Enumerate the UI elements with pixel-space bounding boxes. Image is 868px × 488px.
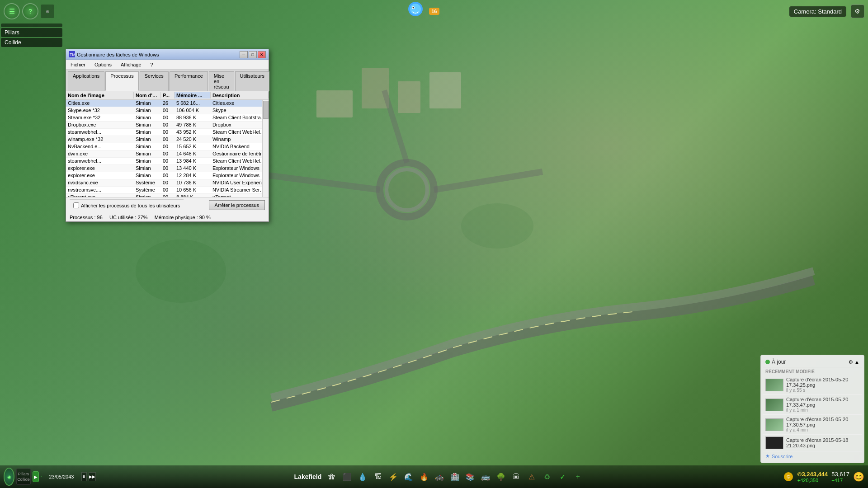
cell-user: Simian <box>134 165 161 172</box>
col-header-desc[interactable]: Description <box>211 92 269 99</box>
scrollbar-thumb[interactable] <box>263 101 269 119</box>
play-button[interactable]: ▶ <box>33 471 39 482</box>
cell-name: Skype.exe *32 <box>66 107 134 114</box>
col-header-name[interactable]: Nom de l'image <box>66 92 134 99</box>
table-row[interactable]: dwm.exe Simian 00 14 648 K Gestionnaire … <box>66 150 269 158</box>
left-panel: Pillars Collide <box>0 23 63 48</box>
table-row[interactable]: nvstreamsvc.... Système 00 10 656 K NVID… <box>66 187 269 194</box>
table-row[interactable]: nvxdsync.exe Système 00 10 736 K NVIDIA … <box>66 179 269 187</box>
show-all-checkbox[interactable] <box>73 202 79 208</box>
col-header-user[interactable]: Nom d'u... <box>134 92 161 99</box>
tool-health-icon[interactable]: 🏥 <box>448 470 462 483</box>
recent-item-0[interactable]: Capture d'écran 2015-05-20 17.34.25.png … <box>763 375 862 395</box>
city-name: Lakefield <box>294 473 322 480</box>
tab-performance[interactable]: Performance <box>170 71 208 91</box>
tool-education-icon[interactable]: 📚 <box>463 470 477 483</box>
recent-item-2[interactable]: Capture d'écran 2015-05-20 17.30.57.png … <box>763 415 862 435</box>
recent-item-3[interactable]: Capture d'écran 2015-05-18 21.20.43.png <box>763 435 862 451</box>
process-table-body[interactable]: Cities.exe Simian 26 5 682 16... Cities.… <box>66 100 269 197</box>
cell-mem: 5 682 16... <box>175 100 211 107</box>
top-hud: ☰ ? ⊕ 16 Camera: Standard ⚙ <box>0 0 868 23</box>
end-process-button[interactable]: Arrêter le processus <box>209 200 265 210</box>
search-button[interactable]: ? <box>22 3 38 19</box>
recent-item-name-1: Capture d'écran 2015-05-20 17.33.47.png <box>786 397 859 408</box>
table-row[interactable]: Cities.exe Simian 26 5 682 16... Cities.… <box>66 100 269 107</box>
table-row[interactable]: steamwebhel... Simian 00 43 952 K Steam … <box>66 129 269 136</box>
song2-display: Collide <box>17 477 30 482</box>
tool-water-icon[interactable]: 💧 <box>356 470 369 483</box>
tool-check-icon[interactable]: ✓ <box>556 470 569 483</box>
table-row[interactable]: Dropbox.exe Simian 00 49 788 K Dropbox <box>66 122 269 129</box>
tool-monument-icon[interactable]: ⚠ <box>525 470 538 483</box>
recent-item-1[interactable]: Capture d'écran 2015-05-20 17.33.47.png … <box>763 395 862 415</box>
menu-help[interactable]: ? <box>148 61 156 68</box>
cell-user: Simian <box>134 122 161 128</box>
tool-transit-icon[interactable]: 🚌 <box>479 470 492 483</box>
cell-cpu: 00 <box>161 179 175 186</box>
show-all-label[interactable]: Afficher les processus de tous les utili… <box>81 203 180 208</box>
table-row[interactable]: Skype.exe *32 Simian 00 106 004 K Skype <box>66 107 269 114</box>
tab-users[interactable]: Utilisateurs <box>235 71 269 91</box>
cell-user: Simian <box>134 114 161 121</box>
table-header: Nom de l'image Nom d'u... P... Mémoire .… <box>66 91 269 100</box>
cell-cpu: 00 <box>161 129 175 136</box>
song1-item[interactable]: Pillars <box>1 28 62 37</box>
tool-water2-icon[interactable]: 🌊 <box>402 470 415 483</box>
settings-button[interactable]: ⚙ <box>851 5 864 18</box>
table-row[interactable]: winamp.exe *32 Simian 00 24 520 K Winamp <box>66 136 269 143</box>
tool-demolish-icon[interactable]: ♻ <box>540 470 554 483</box>
tool-unique-icon[interactable]: 🏛 <box>509 470 523 483</box>
song2-item[interactable]: Collide <box>1 38 62 47</box>
table-row[interactable]: uTorrent.exe... Simian 00 8 884 K µTorre… <box>66 194 269 197</box>
avatar-area: 16 <box>404 0 439 23</box>
cell-desc: Skype <box>211 107 269 114</box>
cell-desc: Explorateur Windows <box>211 165 269 172</box>
recent-header: À jour ⚙ ▲ <box>763 357 862 367</box>
scrollbar[interactable] <box>262 100 269 197</box>
close-button[interactable]: ✕ <box>258 51 266 58</box>
task-manager-titlebar: TM Gestionnaire des tâches de Windows ─ … <box>66 49 269 60</box>
fast-forward-button[interactable]: ▶▶ <box>89 472 96 481</box>
col-header-cpu[interactable]: P... <box>161 92 175 99</box>
subscribe-button[interactable]: ★ Souscrire <box>763 451 862 461</box>
recent-gear-button[interactable]: ⚙ ▲ <box>849 359 859 365</box>
tool-road-icon[interactable]: 🛣 <box>325 470 339 483</box>
tool-power-icon[interactable]: ⚡ <box>387 470 400 483</box>
recent-item-info-1: Capture d'écran 2015-05-20 17.33.47.png … <box>786 397 859 413</box>
cell-user: Système <box>134 187 161 193</box>
cell-desc: NVIDIA Streamer Service <box>211 187 269 193</box>
tool-police-icon[interactable]: 🚓 <box>433 470 446 483</box>
tab-applications[interactable]: Applications <box>68 71 104 91</box>
money-change: +420,350 <box>797 478 828 483</box>
recent-item-name-3: Capture d'écran 2015-05-18 21.20.43.png <box>786 437 859 448</box>
minimap-button[interactable]: ◉ <box>4 468 14 486</box>
menu-options[interactable]: Options <box>92 61 114 68</box>
tab-services[interactable]: Services <box>140 71 169 91</box>
cell-mem: 24 520 K <box>175 136 211 143</box>
table-row[interactable]: steamwebhel... Simian 00 13 984 K Steam … <box>66 158 269 165</box>
tool-build-icon[interactable]: 🏗 <box>371 470 385 483</box>
maximize-button[interactable]: □ <box>249 51 257 58</box>
table-row[interactable]: explorer.exe Simian 00 13 440 K Explorat… <box>66 165 269 172</box>
table-row[interactable]: Steam.exe *32 Simian 00 88 936 K Steam C… <box>66 114 269 122</box>
tool-more-icon[interactable]: + <box>571 470 585 483</box>
tab-processus[interactable]: Processus <box>105 71 138 91</box>
tool-fire-icon[interactable]: 🔥 <box>417 470 431 483</box>
minimize-button[interactable]: ─ <box>240 51 248 58</box>
pause-button[interactable]: ⏸ <box>81 472 87 481</box>
cell-cpu: 26 <box>161 100 175 107</box>
recent-item-info-0: Capture d'écran 2015-05-20 17.34.25.png … <box>786 377 859 393</box>
menu-fichier[interactable]: Fichier <box>68 61 88 68</box>
footer-checkbox-area: Afficher les processus de tous les utili… <box>70 199 184 211</box>
top-right: Camera: Standard ⚙ <box>786 1 868 22</box>
menu-affichage[interactable]: Affichage <box>118 61 144 68</box>
tab-network[interactable]: Mise en réseau <box>209 71 234 91</box>
table-row[interactable]: explorer.exe Simian 00 12 284 K Explorat… <box>66 172 269 179</box>
tool-zone-icon[interactable]: ⬛ <box>340 470 354 483</box>
col-header-mem[interactable]: Mémoire ... <box>175 92 211 99</box>
tool-park-icon[interactable]: 🌳 <box>494 470 508 483</box>
recent-item-time-0: il y a 55 s <box>786 388 859 393</box>
menu-button[interactable]: ☰ <box>4 3 20 19</box>
window-controls: ─ □ ✕ <box>240 51 266 58</box>
table-row[interactable]: NvBackend.e... Simian 00 15 652 K NVIDIA… <box>66 143 269 150</box>
